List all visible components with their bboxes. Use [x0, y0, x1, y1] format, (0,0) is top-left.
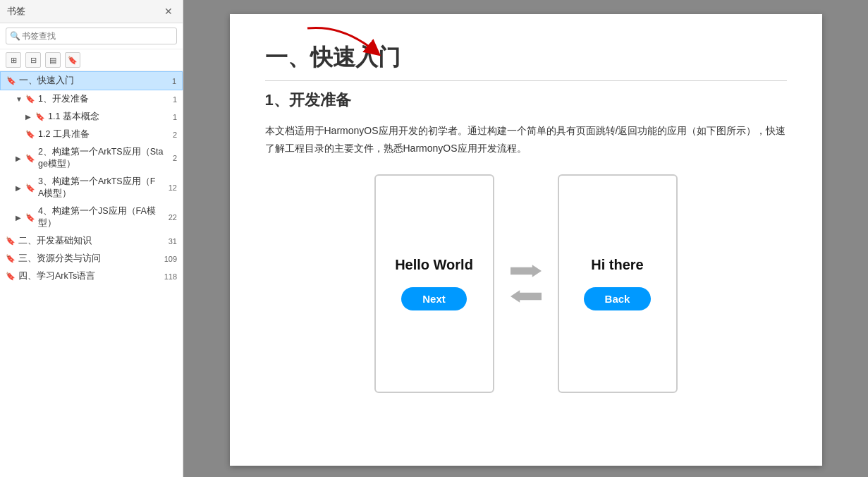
- bookmark-page-4: 2: [173, 154, 177, 162]
- bookmark-label-7: 二、开发基础知识: [18, 235, 166, 247]
- bookmark-page-2: 1: [173, 113, 177, 121]
- sidebar-close-button[interactable]: ✕: [161, 4, 176, 18]
- search-wrapper: 🔍: [6, 28, 177, 44]
- bookmark-item-3[interactable]: 🔖 1.2 工具准备 2: [0, 126, 183, 143]
- view-mode-button[interactable]: ▤: [45, 52, 61, 68]
- back-button[interactable]: Back: [584, 287, 652, 310]
- bookmark-icon-2: 🔖: [35, 112, 45, 121]
- arrow-annotation: [300, 21, 385, 66]
- bookmark-item-1[interactable]: ▼ 🔖 1、开发准备 1: [0, 90, 183, 108]
- bookmark-label-5: 3、构建第一个ArkTS应用（FA模型）: [38, 176, 166, 200]
- bookmark-list: 🔖 一、快速入门 1 ▼ 🔖 1、开发准备 1 ▶ 🔖 1.1 基本概念 1 🔖…: [0, 71, 183, 477]
- sidebar: 书签 ✕ 🔍 ⊞ ⊟ ▤ 🔖 🔖 一、快速入门 1 ▼ 🔖 1、开发准备 1: [0, 0, 183, 477]
- expand-arrow-4: ▶: [16, 155, 24, 162]
- search-icon: 🔍: [10, 31, 20, 41]
- bookmark-label-2: 1.1 基本概念: [48, 111, 170, 123]
- bookmark-icon-9: 🔖: [6, 272, 16, 281]
- bookmark-label-4: 2、构建第一个ArkTS应用（Stage模型）: [38, 146, 170, 170]
- svg-marker-1: [511, 265, 542, 278]
- bookmark-icon-0: 🔖: [6, 76, 16, 85]
- bookmark-item-8[interactable]: 🔖 三、资源分类与访问 109: [0, 250, 183, 267]
- bookmark-page-6: 22: [169, 213, 177, 222]
- sidebar-title: 书签: [7, 5, 25, 18]
- bookmark-page-5: 12: [169, 183, 177, 192]
- bookmark-item-2[interactable]: ▶ 🔖 1.1 基本概念 1: [0, 108, 183, 126]
- bookmark-item-4[interactable]: ▶ 🔖 2、构建第一个ArkTS应用（Stage模型） 2: [0, 143, 183, 173]
- expand-arrow-5: ▶: [16, 184, 24, 192]
- bookmark-item-6[interactable]: ▶ 🔖 4、构建第一个JS应用（FA模型） 22: [0, 203, 183, 232]
- bookmark-icon-1: 🔖: [25, 95, 35, 104]
- expand-arrow-1: ▼: [16, 95, 24, 103]
- expand-arrow-6: ▶: [16, 214, 24, 222]
- bookmark-item-9[interactable]: 🔖 四、学习ArkTs语言 118: [0, 267, 183, 285]
- bookmark-page-7: 31: [169, 237, 177, 246]
- next-button[interactable]: Next: [401, 287, 467, 310]
- bookmark-page-3: 2: [173, 131, 177, 139]
- bookmark-page-0: 1: [172, 77, 176, 85]
- subsection-title: 1、开发准备: [265, 90, 787, 111]
- bookmark-label-6: 4、构建第一个JS应用（FA模型）: [38, 205, 166, 229]
- forward-arrow-svg: [511, 262, 542, 279]
- mockup-area: Hello World Next Hi there: [265, 174, 787, 393]
- red-arrow-svg: [300, 21, 385, 64]
- bookmark-icon-7: 🔖: [6, 236, 16, 246]
- phone-mockup-1: Hello World Next: [374, 174, 494, 393]
- back-arrow: [508, 286, 544, 306]
- bookmark-button[interactable]: 🔖: [65, 52, 80, 68]
- search-input[interactable]: [6, 28, 177, 44]
- bookmark-label-3: 1.2 工具准备: [38, 128, 170, 140]
- bookmark-label-9: 四、学习ArkTs语言: [18, 270, 161, 282]
- collapse-all-button[interactable]: ⊟: [25, 52, 41, 68]
- bookmark-label-0: 一、快速入门: [19, 75, 169, 87]
- bookmark-label-8: 三、资源分类与访问: [18, 253, 161, 265]
- phone-mockup-2: Hi there Back: [558, 174, 678, 393]
- main-content-area: 一、快速入门 1、开发准备 本文档适用于HarmonyOS应用开发的初学者。通过…: [183, 0, 868, 477]
- bookmark-label-1: 1、开发准备: [38, 93, 170, 105]
- bookmark-icon-3: 🔖: [25, 130, 35, 139]
- svg-marker-2: [511, 291, 542, 303]
- sidebar-search-area: 🔍: [0, 23, 183, 49]
- bookmark-icon-8: 🔖: [6, 254, 16, 263]
- expand-arrow-2: ▶: [25, 113, 34, 121]
- bookmark-item-7[interactable]: 🔖 二、开发基础知识 31: [0, 232, 183, 250]
- bookmark-item-5[interactable]: ▶ 🔖 3、构建第一个ArkTS应用（FA模型） 12: [0, 173, 183, 203]
- sidebar-titlebar: 书签 ✕: [0, 0, 183, 23]
- bookmark-page-8: 109: [164, 255, 177, 263]
- bookmark-page-1: 1: [173, 95, 177, 104]
- phone1-title: Hello World: [395, 257, 473, 273]
- bookmark-page-9: 118: [164, 272, 177, 281]
- page-content: 一、快速入门 1、开发准备 本文档适用于HarmonyOS应用开发的初学者。通过…: [230, 14, 822, 466]
- intro-text: 本文档适用于HarmonyOS应用开发的初学者。通过构建一个简单的具有页面跳转/…: [265, 122, 787, 157]
- bookmark-icon-4: 🔖: [25, 154, 35, 163]
- bookmark-item-0[interactable]: 🔖 一、快速入门 1: [0, 71, 183, 90]
- bookmark-icon-6: 🔖: [25, 213, 35, 222]
- back-arrow-svg: [511, 288, 542, 305]
- expand-all-button[interactable]: ⊞: [6, 52, 21, 68]
- phone2-title: Hi there: [591, 257, 643, 273]
- navigation-arrows: [508, 261, 544, 306]
- bookmark-icon-5: 🔖: [25, 183, 35, 193]
- sidebar-toolbar: ⊞ ⊟ ▤ 🔖: [0, 49, 183, 71]
- forward-arrow: [508, 261, 544, 281]
